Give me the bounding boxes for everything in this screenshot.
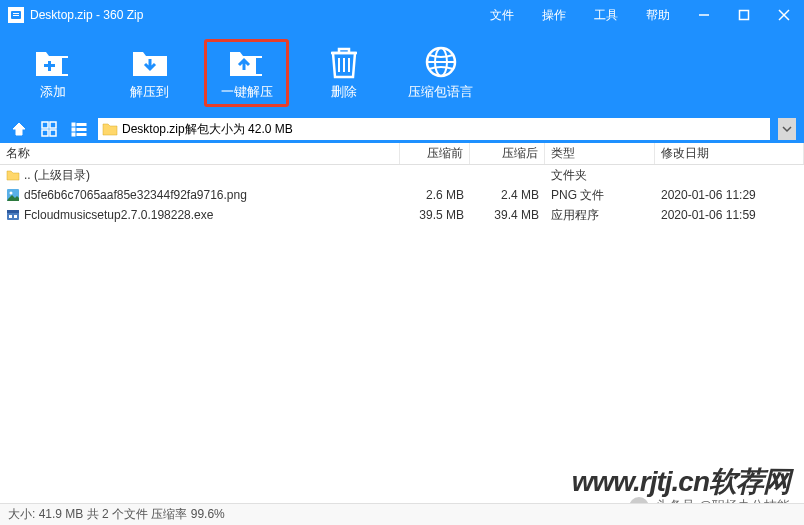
folder-icon — [102, 122, 118, 136]
file-type: PNG 文件 — [545, 187, 655, 204]
file-row-exe[interactable]: Fcloudmusicsetup2.7.0.198228.exe 39.5 MB… — [0, 205, 804, 225]
path-text: Desktop.zip解包大小为 42.0 MB — [122, 121, 293, 138]
svg-point-28 — [10, 192, 13, 195]
minimize-button[interactable] — [684, 0, 724, 30]
svg-rect-25 — [72, 133, 75, 136]
toolbar: 添加 解压到 一键解压 删除 压缩包语言 — [0, 30, 804, 115]
add-button[interactable]: 添加 — [10, 39, 95, 107]
one-click-extract-button[interactable]: 一键解压 — [204, 39, 289, 107]
file-after: 39.4 MB — [470, 208, 545, 222]
image-icon — [6, 188, 20, 202]
file-list: .. (上级目录) 文件夹 d5fe6b6c7065aaf85e32344f92… — [0, 165, 804, 485]
file-before: 39.5 MB — [400, 208, 470, 222]
view-list-button[interactable] — [68, 118, 90, 140]
statusbar: 大小: 41.9 MB 共 2 个文件 压缩率 99.6% — [0, 503, 804, 525]
view-large-icons-button[interactable] — [38, 118, 60, 140]
menu-action[interactable]: 操作 — [528, 0, 580, 30]
titlebar: Desktop.zip - 360 Zip 文件 操作 工具 帮助 — [0, 0, 804, 30]
svg-rect-24 — [77, 129, 86, 131]
menu-bar: 文件 操作 工具 帮助 — [476, 0, 684, 30]
file-name: Fcloudmusicsetup2.7.0.198228.exe — [24, 208, 213, 222]
up-button[interactable] — [8, 118, 30, 140]
svg-rect-32 — [14, 215, 17, 218]
one-click-extract-label: 一键解压 — [221, 83, 273, 101]
svg-rect-21 — [72, 123, 75, 126]
svg-rect-2 — [13, 15, 19, 16]
window-title: Desktop.zip - 360 Zip — [30, 8, 476, 22]
file-after: 2.4 MB — [470, 188, 545, 202]
status-text: 大小: 41.9 MB 共 2 个文件 压缩率 99.6% — [8, 506, 225, 523]
exe-icon — [6, 208, 20, 222]
one-click-extract-icon — [228, 45, 266, 79]
window-controls — [684, 0, 804, 30]
col-header-date[interactable]: 修改日期 — [655, 143, 804, 164]
svg-rect-7 — [62, 58, 70, 74]
file-date: 2020-01-06 11:29 — [655, 188, 804, 202]
file-before: 2.6 MB — [400, 188, 470, 202]
add-label: 添加 — [40, 83, 66, 101]
navbar: Desktop.zip解包大小为 42.0 MB — [0, 115, 804, 143]
maximize-button[interactable] — [724, 0, 764, 30]
svg-rect-18 — [50, 122, 56, 128]
file-name: d5fe6b6c7065aaf85e32344f92fa9716.png — [24, 188, 247, 202]
delete-icon — [325, 45, 363, 79]
close-button[interactable] — [764, 0, 804, 30]
extract-to-icon — [131, 45, 169, 79]
svg-rect-9 — [44, 64, 55, 67]
svg-rect-4 — [740, 11, 749, 20]
svg-rect-23 — [72, 128, 75, 131]
svg-rect-10 — [256, 58, 264, 74]
col-header-type[interactable]: 类型 — [545, 143, 655, 164]
app-icon — [8, 7, 24, 23]
menu-help[interactable]: 帮助 — [632, 0, 684, 30]
col-header-before[interactable]: 压缩前 — [400, 143, 470, 164]
folder-icon — [6, 168, 20, 182]
extract-to-label: 解压到 — [130, 83, 169, 101]
svg-rect-1 — [13, 13, 19, 14]
col-header-after[interactable]: 压缩后 — [470, 143, 545, 164]
language-button[interactable]: 压缩包语言 — [398, 39, 483, 107]
file-row-png[interactable]: d5fe6b6c7065aaf85e32344f92fa9716.png 2.6… — [0, 185, 804, 205]
file-type: 文件夹 — [545, 167, 655, 184]
svg-rect-31 — [9, 215, 12, 218]
svg-rect-19 — [42, 130, 48, 136]
language-label: 压缩包语言 — [408, 83, 473, 101]
path-dropdown-button[interactable] — [778, 118, 796, 140]
add-icon — [34, 45, 72, 79]
globe-icon — [422, 45, 460, 79]
svg-rect-20 — [50, 130, 56, 136]
file-row-parent[interactable]: .. (上级目录) 文件夹 — [0, 165, 804, 185]
file-name: .. (上级目录) — [24, 167, 90, 184]
file-type: 应用程序 — [545, 207, 655, 224]
file-date: 2020-01-06 11:59 — [655, 208, 804, 222]
svg-rect-17 — [42, 122, 48, 128]
svg-rect-22 — [77, 124, 86, 126]
svg-rect-30 — [7, 210, 19, 213]
menu-tools[interactable]: 工具 — [580, 0, 632, 30]
path-input[interactable]: Desktop.zip解包大小为 42.0 MB — [98, 118, 770, 140]
menu-file[interactable]: 文件 — [476, 0, 528, 30]
delete-button[interactable]: 删除 — [301, 39, 386, 107]
svg-rect-26 — [77, 134, 86, 136]
extract-to-button[interactable]: 解压到 — [107, 39, 192, 107]
col-header-name[interactable]: 名称 — [0, 143, 400, 164]
column-headers: 名称 压缩前 压缩后 类型 修改日期 — [0, 143, 804, 165]
delete-label: 删除 — [331, 83, 357, 101]
